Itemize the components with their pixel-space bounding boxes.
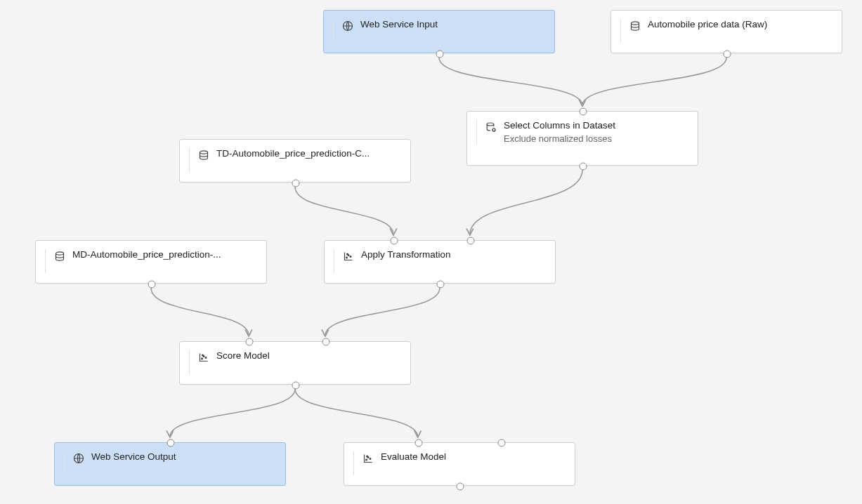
output-port[interactable] bbox=[437, 281, 445, 289]
node-drag-handle[interactable] bbox=[614, 19, 621, 43]
dataset-icon bbox=[198, 150, 209, 161]
dataset-icon bbox=[629, 20, 641, 32]
svg-point-4 bbox=[200, 151, 208, 154]
node-drag-handle[interactable] bbox=[183, 350, 190, 374]
node-subtitle: Exclude normalized losses bbox=[504, 133, 615, 144]
node-title: TD-Automobile_price_prediction-C... bbox=[216, 148, 370, 159]
node-title: Automobile price data (Raw) bbox=[648, 19, 767, 29]
node-td-automobile[interactable]: TD-Automobile_price_prediction-C... bbox=[179, 139, 411, 183]
svg-point-17 bbox=[370, 458, 371, 460]
svg-point-9 bbox=[347, 253, 348, 255]
pipeline-canvas[interactable]: Web Service InputAutomobile price data (… bbox=[0, 0, 862, 504]
input-port[interactable] bbox=[322, 338, 329, 346]
svg-point-8 bbox=[350, 256, 351, 258]
scatter-icon bbox=[363, 453, 374, 464]
node-title: Apply Transformation bbox=[361, 249, 451, 260]
node-title: Web Service Output bbox=[91, 451, 176, 462]
node-md-automobile[interactable]: MD-Automobile_price_prediction-... bbox=[35, 240, 267, 284]
input-port[interactable] bbox=[391, 237, 398, 245]
edge[interactable] bbox=[151, 288, 249, 336]
node-title: Score Model bbox=[216, 350, 270, 361]
node-drag-handle[interactable] bbox=[58, 451, 65, 475]
input-port[interactable] bbox=[498, 439, 506, 447]
node-select-columns[interactable]: Select Columns in DatasetExclude normali… bbox=[466, 111, 698, 166]
node-drag-handle[interactable] bbox=[327, 249, 334, 273]
node-title: MD-Automobile_price_prediction-... bbox=[72, 249, 221, 260]
output-port[interactable] bbox=[580, 163, 587, 171]
edge[interactable] bbox=[295, 389, 418, 437]
scatter-icon bbox=[343, 251, 354, 262]
dataset-icon bbox=[54, 251, 65, 262]
output-port[interactable] bbox=[724, 51, 731, 58]
node-drag-handle[interactable] bbox=[470, 120, 477, 144]
svg-point-2 bbox=[487, 123, 494, 126]
node-apply-transformation[interactable]: Apply Transformation bbox=[324, 240, 556, 284]
node-drag-handle[interactable] bbox=[327, 19, 334, 43]
node-score-model[interactable]: Score Model bbox=[179, 341, 411, 385]
input-port[interactable] bbox=[414, 439, 422, 447]
svg-point-1 bbox=[632, 22, 639, 25]
node-drag-handle[interactable] bbox=[183, 148, 190, 172]
svg-point-3 bbox=[492, 128, 495, 131]
input-port[interactable] bbox=[580, 108, 587, 116]
node-automobile-raw[interactable]: Automobile price data (Raw) bbox=[610, 10, 842, 53]
globe-icon bbox=[342, 20, 353, 32]
edge[interactable] bbox=[582, 58, 726, 105]
node-drag-handle[interactable] bbox=[347, 451, 354, 475]
svg-point-6 bbox=[346, 257, 348, 258]
svg-point-13 bbox=[202, 354, 204, 356]
input-port[interactable] bbox=[466, 237, 474, 245]
edge[interactable] bbox=[470, 170, 582, 234]
node-title: Evaluate Model bbox=[381, 451, 446, 462]
edge[interactable] bbox=[439, 58, 582, 105]
output-port[interactable] bbox=[148, 281, 156, 289]
node-drag-handle[interactable] bbox=[39, 249, 46, 273]
edge[interactable] bbox=[325, 288, 440, 336]
scatter-icon bbox=[198, 352, 209, 363]
edge[interactable] bbox=[295, 187, 393, 234]
dataset-gear-icon bbox=[485, 121, 497, 133]
input-port[interactable] bbox=[167, 439, 175, 447]
node-web-service-input[interactable]: Web Service Input bbox=[323, 10, 555, 53]
output-port[interactable] bbox=[457, 483, 464, 491]
svg-point-5 bbox=[56, 252, 64, 255]
svg-point-10 bbox=[202, 358, 203, 359]
output-port[interactable] bbox=[292, 180, 300, 187]
svg-point-15 bbox=[366, 459, 367, 460]
node-title: Web Service Input bbox=[360, 19, 438, 29]
svg-point-18 bbox=[367, 456, 368, 457]
output-port[interactable] bbox=[292, 382, 300, 390]
node-web-service-output[interactable]: Web Service Output bbox=[54, 442, 286, 486]
output-port[interactable] bbox=[436, 51, 444, 58]
svg-point-12 bbox=[205, 357, 207, 359]
edge[interactable] bbox=[170, 389, 295, 437]
node-title: Select Columns in Dataset bbox=[504, 120, 615, 131]
input-port[interactable] bbox=[246, 338, 254, 346]
globe-icon bbox=[73, 453, 84, 464]
node-evaluate-model[interactable]: Evaluate Model bbox=[344, 442, 575, 486]
